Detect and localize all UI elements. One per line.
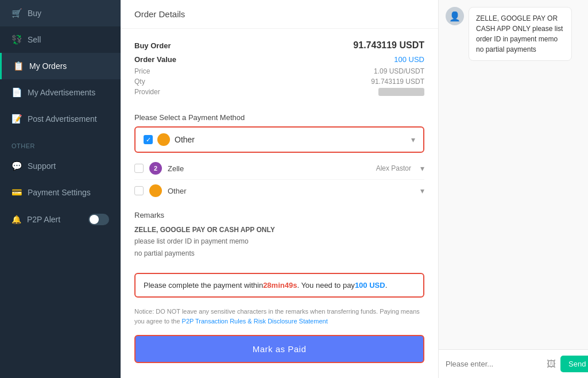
timer-text-middle: . You need to pay	[297, 281, 354, 290]
remarks-section: Remarks ZELLE, GOOGLE PAY OR CASH APP ON…	[121, 206, 438, 266]
buy-icon: 🛒	[11, 8, 22, 18]
chat-input[interactable]	[446, 360, 542, 368]
send-button[interactable]: Send	[560, 356, 588, 372]
buy-order-row: Buy Order 91.743119 USDT	[134, 38, 424, 53]
order-value-label: Order Value	[134, 55, 176, 64]
remarks-line-2: please list order ID in payment memo	[134, 236, 424, 247]
sidebar-item-payment-settings[interactable]: 💳 Payment Settings	[0, 179, 121, 206]
zelle-user: Alex Pastor	[376, 164, 411, 172]
timer-text-end: .	[385, 281, 388, 290]
chat-panel: 👤 ZELLE, GOOGLE PAY OR CASH APP ONLY ple…	[439, 0, 588, 378]
payment-settings-icon: 💳	[11, 187, 22, 198]
chat-avatar: 👤	[446, 7, 464, 25]
order-value-row: Order Value 100 USD	[134, 53, 424, 66]
alert-icon: 🔔	[11, 215, 21, 224]
other-icon	[149, 184, 162, 197]
p2p-alert-label: 🔔 P2P Alert	[11, 215, 60, 224]
chat-input-row: 🖼 Send	[439, 349, 588, 378]
post-ad-icon: 📝	[11, 114, 22, 124]
provider-label: Provider	[134, 88, 160, 96]
sidebar-item-label: Support	[28, 161, 56, 171]
sidebar: 🛒 Buy 💱 Sell 📋 My Orders 📄 My Advertisem…	[0, 0, 121, 378]
payment-selected-dropdown[interactable]: Other ▾	[134, 126, 424, 153]
sidebar-item-label: Post Advertisement	[28, 114, 97, 124]
sidebar-item-support[interactable]: 💬 Support	[0, 153, 121, 179]
notice-text: Notice: DO NOT leave any sensitive chara…	[121, 304, 438, 330]
payment-option-other[interactable]: Other ▾	[134, 180, 424, 202]
sidebar-item-my-orders[interactable]: 📋 My Orders	[0, 53, 121, 79]
p2p-alert-toggle[interactable]	[88, 214, 109, 225]
sidebar-item-post-advertisement[interactable]: 📝 Post Advertisement	[0, 106, 121, 132]
sidebar-item-my-advertisements[interactable]: 📄 My Advertisements	[0, 79, 121, 106]
other-chevron-icon: ▾	[420, 186, 424, 195]
timer-text-before: Please complete the payment within	[144, 281, 263, 290]
timer-amount: 100 USD	[355, 281, 385, 290]
price-value: 1.09 USD/USDT	[374, 67, 424, 75]
main-content: Order Details Buy Order 91.743119 USDT O…	[121, 0, 588, 378]
other-checkbox[interactable]	[134, 186, 144, 195]
order-panel: Order Details Buy Order 91.743119 USDT O…	[121, 0, 439, 378]
timer-time: 28min49s	[263, 281, 297, 290]
zelle-checkbox[interactable]	[134, 164, 144, 173]
chevron-down-icon: ▾	[411, 135, 415, 144]
remarks-title: Remarks	[134, 211, 424, 224]
sidebar-item-label: Buy	[28, 9, 41, 18]
sidebar-item-label: My Orders	[29, 61, 67, 71]
price-row: Price 1.09 USD/USDT	[134, 66, 424, 76]
remarks-line-3: no partial payments	[134, 248, 424, 259]
payment-section-title: Please Select a Payment Method	[121, 106, 438, 126]
sidebar-item-label: Payment Settings	[28, 188, 91, 197]
sidebar-section-other: Other	[0, 132, 121, 153]
zelle-label: Zelle	[168, 164, 370, 173]
sidebar-item-sell[interactable]: 💱 Sell	[0, 26, 121, 53]
chat-bubble: ZELLE, GOOGLE PAY OR CASH APP ONLY pleas…	[469, 7, 572, 61]
p2p-alert-row: 🔔 P2P Alert	[0, 206, 121, 233]
payment-option-zelle[interactable]: 2 Zelle Alex Pastor ▾	[134, 157, 424, 180]
image-attach-icon[interactable]: 🖼	[547, 359, 556, 369]
price-label: Price	[134, 67, 150, 75]
timer-box: Please complete the payment within28min4…	[134, 273, 424, 298]
qty-label: Qty	[134, 78, 145, 86]
zelle-chevron-icon: ▾	[420, 164, 424, 173]
chat-messages: 👤 ZELLE, GOOGLE PAY OR CASH APP ONLY ple…	[439, 0, 588, 349]
orders-icon: 📋	[13, 61, 24, 71]
provider-value	[378, 88, 424, 96]
sidebar-item-buy[interactable]: 🛒 Buy	[0, 0, 121, 26]
payment-selected-icon	[157, 133, 170, 146]
chat-message-row: 👤 ZELLE, GOOGLE PAY OR CASH APP ONLY ple…	[446, 7, 581, 61]
sell-icon: 💱	[11, 34, 22, 45]
sidebar-item-label: My Advertisements	[28, 88, 95, 97]
payment-selected-label: Other	[175, 135, 407, 144]
provider-row: Provider	[134, 87, 424, 97]
mark-as-paid-button[interactable]: Mark as Paid	[134, 335, 424, 363]
advertisements-icon: 📄	[11, 87, 22, 98]
qty-value: 91.743119 USDT	[371, 78, 424, 86]
payment-checkbox-selected	[144, 135, 153, 144]
payment-options-list: 2 Zelle Alex Pastor ▾ Other ▾	[121, 153, 438, 206]
other-label: Other	[168, 187, 415, 195]
order-details: Buy Order 91.743119 USDT Order Value 100…	[121, 29, 438, 106]
qty-row: Qty 91.743119 USDT	[134, 76, 424, 87]
zelle-icon: 2	[149, 162, 162, 175]
buy-order-value: 91.743119 USDT	[353, 40, 424, 51]
remarks-line-1: ZELLE, GOOGLE PAY OR CASH APP ONLY	[134, 224, 424, 236]
support-icon: 💬	[11, 161, 22, 171]
buy-order-label: Buy Order	[134, 41, 171, 50]
notice-link[interactable]: P2P Transaction Rules & Risk Disclosure …	[182, 318, 328, 325]
sidebar-item-label: Sell	[28, 35, 41, 44]
order-value: 100 USD	[394, 55, 424, 64]
order-header: Order Details	[121, 0, 438, 29]
